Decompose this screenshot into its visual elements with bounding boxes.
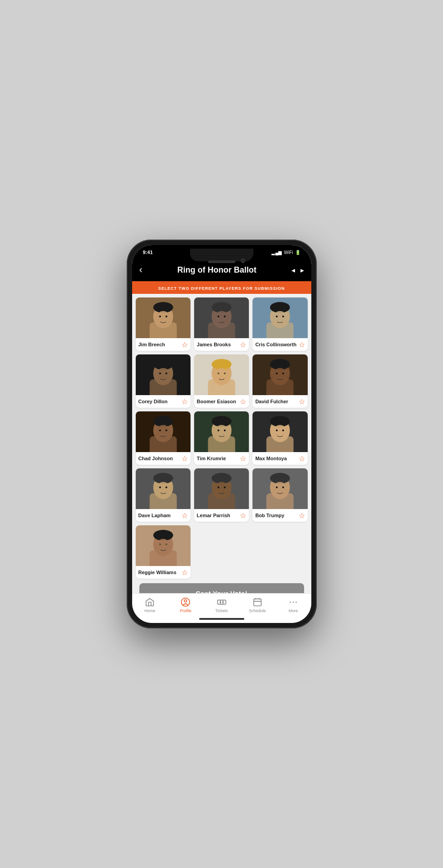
svg-point-28 [217,373,219,374]
star-icon-corey-dillon[interactable]: ☆ [181,397,188,406]
svg-point-34 [276,373,278,374]
player-grid: Jim Breech ☆ James Brooks ☆ [136,297,308,579]
player-card-reggie-williams[interactable]: Reggie Williams ☆ [136,525,191,579]
star-icon-cris-collinsworth[interactable]: ☆ [299,340,305,349]
tab-more[interactable]: More [275,597,311,613]
svg-point-23 [165,373,167,374]
player-card-bob-trumpy[interactable]: Bob Trumpy ☆ [252,468,307,522]
player-silhouette-tim-krumrie [194,411,249,452]
svg-point-58 [159,486,161,488]
svg-point-41 [165,429,167,431]
player-silhouette-boomer-esiason [194,354,249,395]
player-info-dave-lapham: Dave Lapham ☆ [136,509,191,522]
tab-tickets-label: Tickets [215,609,228,613]
phone-screen: 9:41 ▂▄▆ WiFi 🔋 ‹ Ring of Honor Ballot ◂… [132,245,311,623]
svg-point-16 [276,316,278,317]
player-silhouette-james-brooks [194,297,249,338]
player-photo-lemar-parrish [194,468,249,509]
home-icon [145,597,155,607]
player-silhouette-jim-breech [136,297,191,338]
svg-point-76 [159,543,161,545]
back-button[interactable]: ‹ [139,264,143,276]
player-card-cris-collinsworth[interactable]: Cris Collinsworth ☆ [252,297,307,351]
player-photo-dave-lapham [136,468,191,509]
player-photo-max-montoya [252,411,307,452]
svg-point-33 [273,368,287,384]
battery-icon: 🔋 [295,250,300,255]
player-card-max-montoya[interactable]: Max Montoya ☆ [252,411,307,465]
nav-prev-icon[interactable]: ◂ [291,266,295,274]
player-info-lemar-parrish: Lemar Parrish ☆ [194,509,249,522]
star-icon-max-montoya[interactable]: ☆ [299,454,305,463]
player-card-tim-krumrie[interactable]: Tim Krumrie ☆ [194,411,249,465]
svg-point-40 [159,429,161,431]
svg-point-46 [217,429,219,431]
star-icon-bob-trumpy[interactable]: ☆ [299,511,305,520]
cast-vote-button[interactable]: Cast Your Vote! [139,583,304,593]
player-info-jim-breech: Jim Breech ☆ [136,338,191,351]
svg-point-79 [185,600,187,603]
svg-point-9 [214,311,229,327]
vote-button-container: Cast Your Vote! [136,579,308,593]
svg-point-71 [282,486,284,488]
tab-tickets[interactable]: Tickets [204,597,239,613]
player-photo-jim-breech [136,297,191,338]
player-silhouette-lemar-parrish [194,468,249,509]
player-name-david-fulcher: David Fulcher [255,398,297,405]
status-icons: ▂▄▆ WiFi 🔋 [272,250,300,255]
player-name-corey-dillon: Corey Dillon [138,398,181,405]
svg-point-15 [273,311,287,327]
player-card-corey-dillon[interactable]: Corey Dillon ☆ [136,354,191,408]
star-icon-tim-krumrie[interactable]: ☆ [240,454,246,463]
player-info-tim-krumrie: Tim Krumrie ☆ [194,452,249,465]
player-photo-bob-trumpy [252,468,307,509]
player-card-dave-lapham[interactable]: Dave Lapham ☆ [136,468,191,522]
header-nav: ◂ ▸ [291,266,304,274]
player-card-jim-breech[interactable]: Jim Breech ☆ [136,297,191,351]
player-info-boomer-esiason: Boomer Esiason ☆ [194,395,249,408]
player-photo-chad-johnson [136,411,191,452]
star-icon-boomer-esiason[interactable]: ☆ [240,397,246,406]
player-silhouette-david-fulcher [252,354,307,395]
banner-text: SELECT TWO DIFFERENT PLAYERS FOR SUBMISS… [158,286,285,291]
player-card-lemar-parrish[interactable]: Lemar Parrish ☆ [194,468,249,522]
star-icon-reggie-williams[interactable]: ☆ [181,568,188,577]
player-name-bob-trumpy: Bob Trumpy [255,512,297,519]
svg-point-39 [156,425,170,441]
tab-bar: Home Profile Tickets [132,593,311,615]
tab-schedule[interactable]: Schedule [239,597,275,613]
svg-point-17 [282,316,284,317]
svg-point-59 [165,486,167,488]
player-name-james-brooks: James Brooks [197,341,239,348]
nav-next-icon[interactable]: ▸ [300,266,304,274]
tab-profile[interactable]: Profile [168,597,204,613]
svg-point-75 [156,539,170,555]
svg-point-11 [224,316,225,317]
player-silhouette-dave-lapham [136,468,191,509]
svg-point-10 [217,316,219,317]
player-info-max-montoya: Max Montoya ☆ [252,452,307,465]
player-card-james-brooks[interactable]: James Brooks ☆ [194,297,249,351]
star-icon-james-brooks[interactable]: ☆ [240,340,246,349]
player-card-chad-johnson[interactable]: Chad Johnson ☆ [136,411,191,465]
player-grid-container[interactable]: Jim Breech ☆ James Brooks ☆ [132,294,311,593]
player-card-david-fulcher[interactable]: David Fulcher ☆ [252,354,307,408]
svg-point-3 [156,311,170,327]
svg-point-70 [276,486,278,488]
svg-point-86 [295,602,297,603]
page-title: Ring of Honor Ballot [143,265,291,275]
star-icon-lemar-parrish[interactable]: ☆ [240,511,246,520]
player-card-boomer-esiason[interactable]: Boomer Esiason ☆ [194,354,249,408]
player-silhouette-bob-trumpy [252,468,307,509]
star-icon-jim-breech[interactable]: ☆ [181,340,188,349]
star-icon-david-fulcher[interactable]: ☆ [299,397,305,406]
star-icon-dave-lapham[interactable]: ☆ [181,511,188,520]
wifi-icon: WiFi [284,250,293,255]
svg-point-65 [224,486,225,488]
schedule-icon [252,597,262,607]
svg-point-45 [214,425,229,441]
player-silhouette-reggie-williams [136,525,191,566]
tab-home[interactable]: Home [132,597,168,613]
star-icon-chad-johnson[interactable]: ☆ [181,454,188,463]
player-info-reggie-williams: Reggie Williams ☆ [136,566,191,579]
